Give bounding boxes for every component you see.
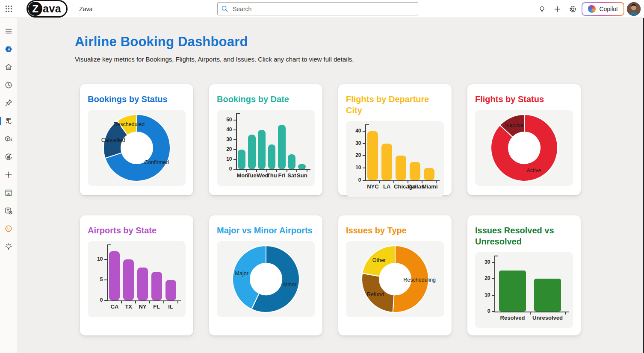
y-tick bbox=[233, 129, 236, 130]
sidebar-item-pinned[interactable] bbox=[0, 94, 17, 112]
chart-card-bookings-by-status[interactable]: Bookings by Status ConfirmedCancelledRes… bbox=[80, 84, 193, 195]
sidebar-item-recent[interactable] bbox=[0, 76, 17, 94]
y-tick-label: 5 bbox=[92, 277, 103, 282]
sidebar-item-monitor[interactable] bbox=[0, 148, 17, 166]
y-tick bbox=[233, 149, 236, 150]
bar bbox=[396, 156, 406, 180]
y-axis bbox=[236, 113, 237, 169]
copilot-button[interactable]: Copilot bbox=[582, 2, 624, 16]
chart-card-issues-resolved-vs-unresolved[interactable]: Issues Resolved vs Unresolved 0102030Res… bbox=[467, 215, 581, 335]
y-tick bbox=[492, 262, 494, 263]
donut-chart: MinorMajor bbox=[231, 244, 301, 314]
axis-cap bbox=[237, 113, 240, 114]
search-input[interactable] bbox=[232, 5, 414, 13]
chart-card-issues-by-type[interactable]: Issues by Type ReschedulingRefundOther bbox=[338, 215, 452, 335]
chart-panel: ActiveInactive bbox=[475, 110, 573, 186]
chart-card-bookings-by-date[interactable]: Bookings by Date 01020304050MonTueWedThu… bbox=[209, 84, 322, 195]
bar bbox=[137, 268, 148, 300]
x-tick-label: Sun bbox=[297, 172, 307, 179]
y-tick-label: 0 bbox=[92, 297, 103, 303]
chart-card-flights-by-status[interactable]: Flights by Status ActiveInactive bbox=[467, 84, 581, 195]
y-tick-label: 30 bbox=[480, 259, 490, 265]
chart-title: Issues by Type bbox=[346, 225, 444, 236]
y-tick-label: 0 bbox=[351, 177, 361, 183]
x-tick-label: Unresolved bbox=[530, 315, 565, 321]
sidebar-item-cards[interactable]: A bbox=[0, 184, 17, 202]
sidebar-item-feedback[interactable] bbox=[0, 220, 17, 238]
x-tick-label: Miami bbox=[422, 183, 436, 190]
x-tick-label: Resolved bbox=[495, 315, 530, 321]
donut-chart: ConfirmedCancelledRescheduled bbox=[102, 113, 172, 183]
bar bbox=[424, 168, 434, 180]
avatar[interactable] bbox=[627, 2, 641, 16]
topbar-actions: Copilot bbox=[535, 0, 641, 18]
y-tick-label: 0 bbox=[480, 308, 490, 314]
bar-chart: 010203040NYCLAChicagoDallasMiami bbox=[351, 122, 440, 196]
sidebar-item-junction[interactable] bbox=[0, 166, 17, 184]
zava-logo-text: ava bbox=[43, 3, 61, 14]
donut-chart: ReschedulingRefundOther bbox=[360, 244, 430, 314]
slice-label: Cancelled bbox=[101, 137, 125, 143]
bar bbox=[499, 271, 526, 312]
avatar-photo bbox=[627, 2, 641, 16]
zava-logo: Z ava bbox=[27, 0, 68, 18]
sidebar-item-home[interactable] bbox=[0, 58, 17, 76]
y-tick-label: 40 bbox=[351, 128, 361, 134]
card-a-icon: A bbox=[4, 188, 13, 197]
x-tick-label: Thu bbox=[267, 172, 277, 179]
page-title: Airline Booking Dashboard bbox=[75, 34, 644, 50]
page-subtitle: Visualize key metrics for Bookings, Flig… bbox=[75, 56, 644, 63]
y-tick-label: 10 bbox=[480, 292, 490, 298]
chart-panel: ReschedulingRefundOther bbox=[346, 241, 444, 317]
sidebar-item-ideas[interactable] bbox=[0, 238, 17, 256]
zava-logo-initial: Z bbox=[28, 2, 42, 16]
clock-icon bbox=[4, 81, 13, 89]
slice-label: Confirmed bbox=[144, 159, 169, 165]
bar-chart: 01020304050MonTueWedThuFriSatSun bbox=[222, 111, 310, 185]
x-tick-label: NY bbox=[136, 303, 150, 310]
x-tick-label: Fri bbox=[277, 172, 287, 179]
bar bbox=[151, 272, 162, 300]
chart-panel: 0510CATXNYFLIL bbox=[88, 241, 186, 317]
bar bbox=[298, 164, 306, 169]
bar bbox=[367, 131, 378, 180]
chart-card-major-vs-minor-airports[interactable]: Major vs Minor Airports MinorMajor bbox=[209, 215, 322, 335]
y-tick-label: 20 bbox=[480, 275, 490, 281]
tips-button[interactable] bbox=[535, 3, 548, 15]
sidebar-item-airline-app[interactable] bbox=[0, 112, 17, 130]
chart-card-flights-by-departure-city[interactable]: Flights by Departure City 010203040NYCLA… bbox=[338, 84, 452, 195]
y-tick-label: 30 bbox=[222, 136, 232, 142]
y-tick bbox=[492, 295, 494, 296]
slice-label: Other bbox=[372, 257, 386, 263]
bar bbox=[381, 144, 392, 180]
x-axis bbox=[365, 180, 440, 181]
app-launcher-icon[interactable] bbox=[0, 0, 17, 18]
search-icon bbox=[221, 5, 228, 12]
sidebar-item-power-apps[interactable] bbox=[0, 40, 17, 58]
main-content: Airline Booking Dashboard Visualize key … bbox=[17, 18, 644, 353]
x-axis bbox=[494, 312, 569, 312]
product-name: Zava bbox=[79, 6, 92, 12]
slice-label: Rescheduled bbox=[113, 121, 145, 127]
chart-panel: ConfirmedCancelledRescheduled bbox=[88, 110, 186, 186]
x-tick bbox=[177, 301, 178, 303]
y-tick bbox=[104, 259, 107, 260]
y-tick-label: 50 bbox=[222, 117, 232, 123]
package-icon bbox=[4, 135, 13, 143]
y-tick bbox=[104, 279, 107, 280]
add-button[interactable] bbox=[551, 3, 564, 15]
y-axis bbox=[494, 256, 495, 312]
sidebar-item-packages[interactable] bbox=[0, 130, 17, 148]
sidebar-item-menu[interactable] bbox=[0, 22, 17, 40]
y-tick-label: 10 bbox=[222, 156, 232, 162]
settings-button[interactable] bbox=[566, 3, 579, 15]
donut-svg bbox=[231, 244, 301, 314]
bar bbox=[534, 279, 561, 312]
search-box[interactable] bbox=[217, 2, 418, 15]
x-axis bbox=[107, 300, 181, 301]
bar bbox=[278, 125, 286, 169]
chart-card-airports-by-state[interactable]: Airports by State 0510CATXNYFLIL bbox=[80, 215, 193, 335]
y-tick bbox=[363, 143, 365, 144]
sidebar-item-notes[interactable] bbox=[0, 202, 17, 220]
y-tick-label: 40 bbox=[222, 126, 232, 132]
